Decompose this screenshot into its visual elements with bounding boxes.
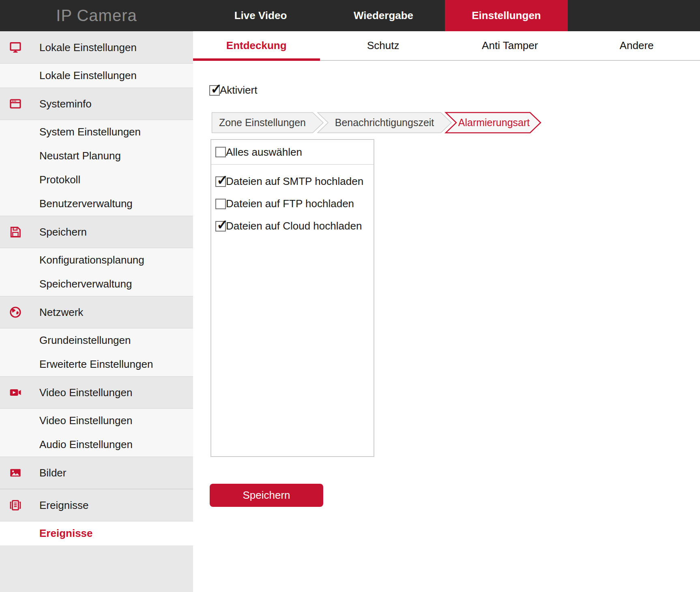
settings-panel: Aktiviert Zone Einstellungen Benachricht… bbox=[193, 61, 700, 592]
wizard-step-alarmierungsart[interactable]: Alarmierungsart bbox=[446, 113, 541, 133]
sidebar-item-grundeinstellungen[interactable]: Grundeinstellungen bbox=[0, 328, 193, 352]
sidebar-item-erweiterte-einstellungen[interactable]: Erweiterte Einstellungen bbox=[0, 352, 193, 376]
sidebar-item-system-einstellungen[interactable]: System Einstellungen bbox=[0, 120, 193, 144]
wizard-steps: Zone Einstellungen Benachrichtigungszeit… bbox=[211, 112, 554, 133]
news-icon bbox=[8, 498, 23, 512]
app-logo: IP Camera bbox=[0, 0, 193, 31]
ftp-checkbox[interactable] bbox=[215, 199, 226, 209]
alarm-options-list: Dateien auf SMTP hochladen Dateien auf F… bbox=[211, 165, 374, 237]
tab-schutz[interactable]: Schutz bbox=[320, 31, 447, 60]
top-nav-items: Live Video Wiedergabe Einstellungen bbox=[199, 0, 568, 31]
option-cloud-row[interactable]: Dateien auf Cloud hochladen bbox=[211, 215, 374, 237]
sidebar-item-video-einstellungen[interactable]: Video Einstellungen bbox=[0, 376, 193, 409]
option-ftp-row[interactable]: Dateien auf FTP hochladen bbox=[211, 193, 374, 215]
sidebar-item-bilder[interactable]: Bilder bbox=[0, 457, 193, 489]
sidebar-item-ereignisse[interactable]: Ereignisse bbox=[0, 489, 193, 521]
option-smtp-row[interactable]: Dateien auf SMTP hochladen bbox=[211, 170, 374, 193]
monitor-icon bbox=[8, 41, 23, 54]
smtp-label: Dateien auf SMTP hochladen bbox=[226, 175, 363, 188]
sidebar-item-ereignisse-sub[interactable]: Ereignisse bbox=[0, 521, 193, 545]
sidebar-item-konfigurationsplanung[interactable]: Konfigurationsplanung bbox=[0, 248, 193, 272]
ftp-label: Dateien auf FTP hochladen bbox=[226, 197, 354, 210]
tab-andere[interactable]: Andere bbox=[573, 31, 700, 60]
nav-wiedergabe[interactable]: Wiedergabe bbox=[322, 0, 445, 31]
wizard-step-zone-einstellungen[interactable]: Zone Einstellungen bbox=[212, 113, 324, 133]
svg-text:Alarmierungsart: Alarmierungsart bbox=[458, 117, 530, 128]
window-icon bbox=[8, 97, 23, 111]
sidebar-item-netzwerk[interactable]: Netzwerk bbox=[0, 296, 193, 328]
video-camera-icon bbox=[8, 386, 23, 399]
svg-text:Zone Einstellungen: Zone Einstellungen bbox=[219, 117, 306, 128]
top-nav-bar: IP Camera Live Video Wiedergabe Einstell… bbox=[0, 0, 700, 31]
sidebar-item-systeminfo[interactable]: Systeminfo bbox=[0, 88, 193, 120]
sidebar-item-speicherverwaltung[interactable]: Speicherverwaltung bbox=[0, 272, 193, 296]
select-all-row[interactable]: Alles auswählen bbox=[211, 140, 374, 165]
settings-tab-bar: Entdeckung Schutz Anti Tamper Andere bbox=[193, 31, 700, 61]
select-all-label: Alles auswählen bbox=[226, 146, 302, 159]
content-area: Entdeckung Schutz Anti Tamper Andere Akt… bbox=[193, 31, 700, 592]
nav-live-video[interactable]: Live Video bbox=[199, 0, 322, 31]
svg-text:Benachrichtigungszeit: Benachrichtigungszeit bbox=[335, 117, 434, 128]
enabled-checkbox[interactable] bbox=[209, 85, 220, 96]
sidebar: Lokale Einstellungen Lokale Einstellunge… bbox=[0, 31, 193, 592]
wizard-step-benachrichtigungszeit[interactable]: Benachrichtigungszeit bbox=[318, 113, 451, 133]
floppy-icon bbox=[8, 225, 23, 239]
globe-icon bbox=[8, 305, 23, 319]
sidebar-item-lokale-einstellungen[interactable]: Lokale Einstellungen bbox=[0, 31, 193, 64]
save-button[interactable]: Speichern bbox=[210, 484, 323, 507]
cloud-label: Dateien auf Cloud hochladen bbox=[226, 220, 362, 232]
alarm-options-panel: Alles auswählen Dateien auf SMTP hochlad… bbox=[210, 139, 374, 457]
sidebar-item-audio-einstellungen[interactable]: Audio Einstellungen bbox=[0, 433, 193, 457]
select-all-checkbox[interactable] bbox=[215, 147, 226, 157]
tab-anti-tamper[interactable]: Anti Tamper bbox=[447, 31, 573, 60]
sidebar-item-lokale-einstellungen-sub[interactable]: Lokale Einstellungen bbox=[0, 64, 193, 88]
cloud-checkbox[interactable] bbox=[215, 221, 226, 232]
smtp-checkbox[interactable] bbox=[215, 176, 226, 187]
nav-einstellungen[interactable]: Einstellungen bbox=[445, 0, 568, 31]
enabled-checkbox-label: Aktiviert bbox=[220, 84, 257, 97]
enabled-checkbox-row[interactable]: Aktiviert bbox=[209, 84, 257, 97]
sidebar-item-benutzerverwaltung[interactable]: Benutzerverwaltung bbox=[0, 192, 193, 216]
sidebar-item-speichern[interactable]: Speichern bbox=[0, 216, 193, 248]
tab-entdeckung[interactable]: Entdeckung bbox=[193, 31, 320, 60]
image-icon bbox=[8, 466, 23, 480]
sidebar-item-video-einstellungen-sub[interactable]: Video Einstellungen bbox=[0, 409, 193, 433]
sidebar-item-protokoll[interactable]: Protokoll bbox=[0, 168, 193, 192]
sidebar-item-neustart-planung[interactable]: Neustart Planung bbox=[0, 144, 193, 168]
